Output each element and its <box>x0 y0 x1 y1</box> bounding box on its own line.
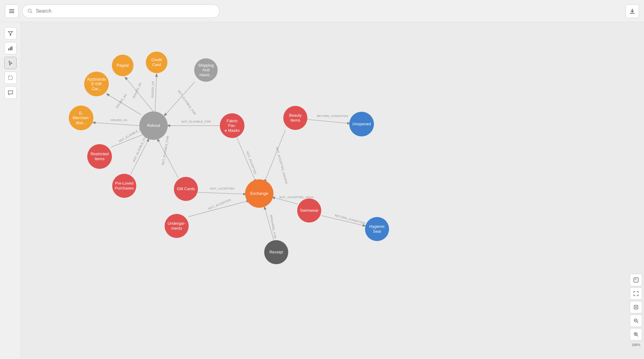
lasso-tool-button[interactable] <box>4 72 17 84</box>
svg-rect-7 <box>8 48 9 50</box>
svg-rect-49 <box>635 306 637 308</box>
zoom-out-button[interactable] <box>630 315 642 327</box>
node-swimwear[interactable]: Swimwear <box>297 198 321 223</box>
comment-tool-button[interactable] <box>4 86 17 99</box>
svg-rect-9 <box>11 46 12 50</box>
svg-text:RETURN_CONDITION: RETURN_CONDITION <box>334 214 365 225</box>
svg-text:NOT_ELIGIBLE_FOR: NOT_ELIGIBLE_FOR <box>177 90 197 115</box>
svg-line-30 <box>307 119 350 123</box>
node-refund[interactable]: Refund <box>139 111 168 140</box>
node-gift-cards[interactable]: Gift Cards <box>174 177 198 201</box>
zoom-in-button[interactable] <box>630 328 642 340</box>
fit-button[interactable] <box>630 301 642 313</box>
node-restricted-items[interactable]: RestrictedItems <box>87 144 112 169</box>
svg-point-3 <box>28 9 31 12</box>
search-input[interactable] <box>36 8 214 14</box>
node-hygienic-seal[interactable]: HygienicSeal <box>365 217 389 241</box>
node-credit-card[interactable]: CreditCard <box>146 52 167 73</box>
svg-rect-10 <box>9 76 12 80</box>
graph-canvas[interactable]: ISSUED_AS ISSUED_AS ISSUED_AS ISSUED_AS … <box>21 22 644 359</box>
svg-text:ISSUED_AS: ISSUED_AS <box>132 82 142 99</box>
filter-tool-button[interactable] <box>4 27 17 40</box>
download-icon <box>629 8 635 14</box>
svg-rect-47 <box>635 279 636 280</box>
right-toolbar: 186% <box>628 274 644 347</box>
node-e-merchandise[interactable]: E-Merchan-dise... <box>69 106 93 130</box>
svg-line-20 <box>164 82 195 116</box>
svg-line-4 <box>31 12 32 13</box>
node-undergarments[interactable]: Undergar-ments <box>165 214 189 238</box>
svg-text:ISSUED_AS: ISSUED_AS <box>110 119 127 122</box>
svg-text:REQUIRED_FOR: REQUIRED_FOR <box>269 215 277 239</box>
node-shipping[interactable]: ShippingAnd Hand... <box>194 58 218 82</box>
node-paypal[interactable]: Paypal <box>112 55 133 76</box>
select-tool-button[interactable] <box>4 57 17 69</box>
fullscreen-button[interactable] <box>630 287 642 300</box>
svg-text:NOT_ELIGIBLE_FOR: NOT_ELIGIBLE_FOR <box>161 136 170 165</box>
svg-text:NOT_ACCEPTED: NOT_ACCEPTED <box>210 187 235 190</box>
svg-rect-8 <box>10 47 11 50</box>
zoom-level: 186% <box>632 343 640 347</box>
svg-text:NOT_ACCEPTED_UNLESS: NOT_ACCEPTED_UNLESS <box>275 147 288 184</box>
svg-text:NOT_ELIGIBLE_FOR: NOT_ELIGIBLE_FOR <box>132 134 148 162</box>
chart-tool-button[interactable] <box>4 42 17 54</box>
node-receipt[interactable]: Receipt <box>264 240 288 264</box>
svg-text:ISSUED_AS: ISSUED_AS <box>115 93 127 109</box>
left-toolbar <box>0 22 21 359</box>
node-unopened[interactable]: Unopened <box>349 112 374 136</box>
filter-button[interactable] <box>5 4 18 18</box>
node-xyzbrands[interactable]: XyzbrandsE-Gift Car... <box>84 72 109 96</box>
node-fabric-face-masks[interactable]: Fabric Fac-e Masks <box>220 113 244 138</box>
svg-line-36 <box>198 192 246 194</box>
node-exchange[interactable]: Exchange <box>245 179 273 208</box>
download-button[interactable] <box>626 4 639 18</box>
svg-line-34 <box>237 137 256 182</box>
top-toolbar <box>0 0 644 22</box>
svg-line-26 <box>130 139 149 175</box>
search-bar[interactable] <box>22 4 219 18</box>
svg-text:RETURN_CONDITION: RETURN_CONDITION <box>317 115 348 118</box>
node-beauty-items[interactable]: BeautyItems <box>283 106 307 130</box>
svg-text:NOT_ELIGIBLE_FOR: NOT_ELIGIBLE_FOR <box>181 120 211 123</box>
svg-marker-6 <box>8 31 13 35</box>
svg-line-56 <box>637 335 638 336</box>
svg-line-18 <box>93 123 140 126</box>
svg-text:ISSUED_AS: ISSUED_AS <box>151 81 154 98</box>
svg-line-14 <box>155 74 157 112</box>
svg-line-52 <box>637 322 638 323</box>
minimap-button[interactable] <box>630 274 642 286</box>
search-icon <box>27 8 33 14</box>
node-pre-loved[interactable]: Pre-LovedPurchases <box>112 174 136 198</box>
svg-line-32 <box>265 130 285 182</box>
